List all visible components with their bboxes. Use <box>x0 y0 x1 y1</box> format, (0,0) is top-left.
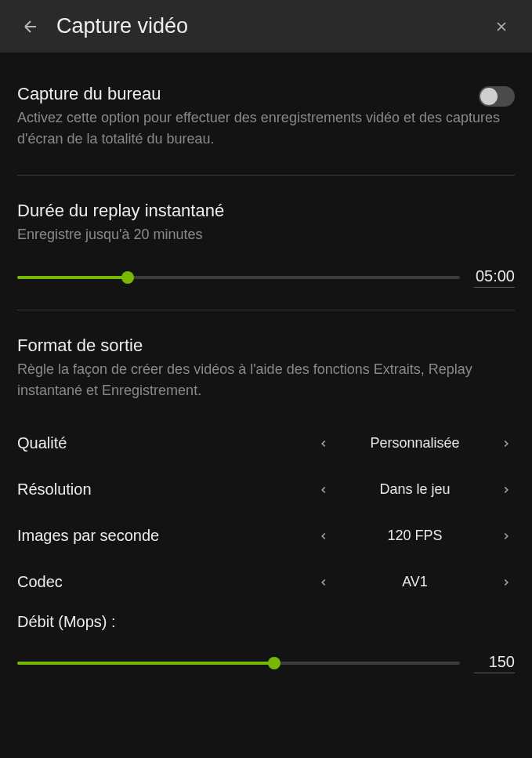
resolution-value: Dans le jeu <box>338 481 491 498</box>
instant-replay-title: Durée du replay instantané <box>17 201 515 221</box>
desktop-capture-desc: Activez cette option pour effectuer des … <box>17 107 515 150</box>
output-format-desc: Règle la façon de créer des vidéos à l'a… <box>17 359 515 401</box>
divider <box>17 310 515 310</box>
chevron-left-icon <box>318 531 329 542</box>
codec-row: Codec AV1 <box>17 559 515 605</box>
bitrate-section: Débit (Mops) : 150 <box>17 613 515 673</box>
quality-label: Qualité <box>17 434 67 452</box>
chevron-left-icon <box>318 577 329 588</box>
fps-next-button[interactable] <box>498 528 515 545</box>
instant-replay-slider[interactable] <box>17 276 460 279</box>
codec-prev-button[interactable] <box>315 574 332 591</box>
chevron-right-icon <box>501 531 512 542</box>
chevron-left-icon <box>318 484 329 495</box>
slider-thumb[interactable] <box>268 657 280 669</box>
chevron-right-icon <box>501 484 512 495</box>
back-button[interactable] <box>19 15 42 38</box>
quality-row: Qualité Personnalisée <box>17 420 515 466</box>
chevron-right-icon <box>501 577 512 588</box>
output-format-title: Format de sortie <box>17 335 515 356</box>
close-icon <box>494 19 509 34</box>
bitrate-value[interactable]: 150 <box>474 653 515 673</box>
chevron-right-icon <box>501 438 512 449</box>
desktop-capture-section: Capture du bureau Activez cette option p… <box>17 84 515 150</box>
quality-next-button[interactable] <box>498 435 515 452</box>
content: Capture du bureau Activez cette option p… <box>0 53 532 711</box>
fps-value: 120 FPS <box>338 528 491 544</box>
slider-thumb[interactable] <box>121 271 134 284</box>
divider <box>17 175 515 176</box>
bitrate-label: Débit (Mops) : <box>17 613 515 631</box>
desktop-capture-toggle[interactable] <box>479 86 515 107</box>
codec-selector: AV1 <box>315 574 515 591</box>
output-format-section: Format de sortie Règle la façon de créer… <box>17 335 515 401</box>
instant-replay-section: Durée du replay instantané Enregistre ju… <box>17 201 515 288</box>
quality-value: Personnalisée <box>338 435 491 452</box>
codec-value: AV1 <box>338 574 491 590</box>
back-arrow-icon <box>21 17 40 36</box>
fps-prev-button[interactable] <box>315 528 332 545</box>
page-title: Capture vidéo <box>56 14 490 38</box>
instant-replay-value[interactable]: 05:00 <box>474 267 515 288</box>
slider-fill <box>17 662 274 665</box>
quality-prev-button[interactable] <box>315 435 332 452</box>
desktop-capture-title: Capture du bureau <box>17 84 479 104</box>
slider-fill <box>17 276 128 279</box>
header: Capture vidéo <box>0 0 532 53</box>
resolution-prev-button[interactable] <box>315 481 332 499</box>
toggle-knob <box>480 88 498 105</box>
resolution-label: Résolution <box>17 481 92 499</box>
close-button[interactable] <box>490 15 513 38</box>
resolution-selector: Dans le jeu <box>315 481 515 499</box>
codec-label: Codec <box>17 573 63 591</box>
fps-selector: 120 FPS <box>315 528 515 545</box>
resolution-next-button[interactable] <box>498 481 515 499</box>
instant-replay-desc: Enregistre jusqu'à 20 minutes <box>17 224 515 245</box>
resolution-row: Résolution Dans le jeu <box>17 466 515 513</box>
bitrate-slider[interactable] <box>17 662 460 665</box>
codec-next-button[interactable] <box>498 574 515 591</box>
chevron-left-icon <box>318 438 329 449</box>
quality-selector: Personnalisée <box>315 435 515 452</box>
fps-label: Images par seconde <box>17 527 159 545</box>
fps-row: Images par seconde 120 FPS <box>17 513 515 559</box>
